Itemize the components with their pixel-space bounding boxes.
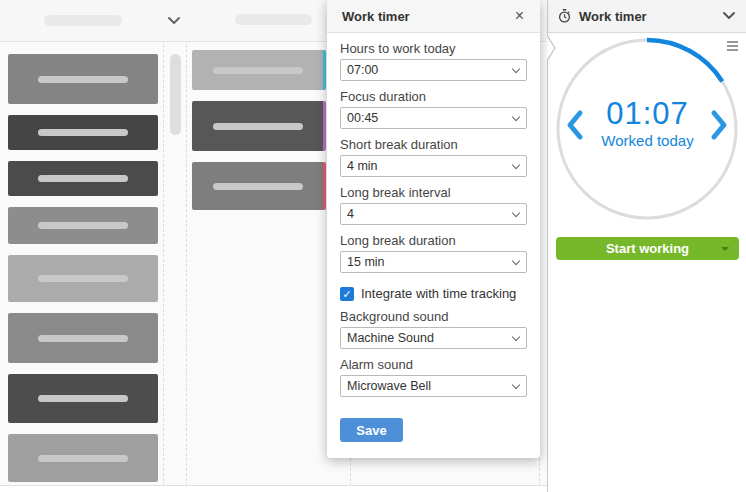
column-title-placeholder bbox=[44, 15, 122, 26]
app-window: Work timer × Hours to work today 07:00 F… bbox=[0, 0, 746, 492]
task-card[interactable] bbox=[8, 374, 158, 423]
long-break-duration-select[interactable]: 15 min bbox=[340, 251, 527, 273]
task-card[interactable] bbox=[8, 313, 158, 363]
panel-collapse-handle-icon[interactable] bbox=[547, 34, 557, 62]
card-text-placeholder bbox=[38, 222, 128, 229]
focus-duration-select[interactable]: 00:45 bbox=[340, 107, 527, 129]
task-column-left bbox=[8, 42, 158, 492]
card-text-placeholder bbox=[38, 275, 128, 282]
field-long-break-interval: Long break interval 4 bbox=[340, 186, 527, 225]
task-card[interactable] bbox=[8, 255, 158, 302]
stopwatch-icon bbox=[558, 9, 571, 23]
card-text-placeholder bbox=[38, 335, 128, 342]
long-break-interval-select[interactable]: 4 bbox=[340, 203, 527, 225]
card-text-placeholder bbox=[213, 67, 303, 74]
card-text-placeholder bbox=[38, 395, 128, 402]
task-card[interactable] bbox=[8, 54, 158, 104]
field-label: Background sound bbox=[340, 310, 527, 324]
previous-icon[interactable] bbox=[564, 109, 586, 141]
task-card[interactable] bbox=[192, 101, 326, 151]
save-button[interactable]: Save bbox=[340, 418, 403, 442]
task-card[interactable] bbox=[8, 161, 158, 196]
panel-title: Work timer bbox=[579, 9, 722, 24]
chevron-down-icon[interactable] bbox=[722, 11, 736, 21]
card-text-placeholder bbox=[213, 183, 303, 190]
column-title-placeholder bbox=[235, 14, 312, 25]
checkbox-checked-icon[interactable]: ✓ bbox=[340, 287, 354, 301]
work-timer-settings-dialog: Work timer × Hours to work today 07:00 F… bbox=[327, 0, 540, 458]
card-text-placeholder bbox=[38, 76, 128, 83]
card-text-placeholder bbox=[38, 455, 128, 462]
task-card[interactable] bbox=[8, 207, 158, 244]
column-separator bbox=[163, 0, 164, 486]
work-timer-panel: Work timer 01:07 Worked today bbox=[547, 0, 746, 492]
column-separator bbox=[186, 0, 187, 486]
scrollbar-thumb[interactable] bbox=[170, 54, 181, 135]
background-sound-select[interactable]: Machine Sound bbox=[340, 327, 527, 349]
start-working-button[interactable]: Start working bbox=[556, 237, 739, 260]
field-long-break-duration: Long break duration 15 min bbox=[340, 234, 527, 273]
dialog-body: Hours to work today 07:00 Focus duration… bbox=[327, 42, 540, 442]
field-label: Long break duration bbox=[340, 234, 527, 248]
field-label: Short break duration bbox=[340, 138, 527, 152]
card-text-placeholder bbox=[38, 129, 128, 136]
panel-header[interactable]: Work timer bbox=[548, 0, 746, 33]
card-text-placeholder bbox=[38, 175, 128, 182]
task-card[interactable] bbox=[192, 162, 326, 210]
field-short-break-duration: Short break duration 4 min bbox=[340, 138, 527, 177]
chevron-down-icon[interactable] bbox=[167, 16, 181, 26]
next-icon[interactable] bbox=[708, 109, 730, 141]
start-working-label: Start working bbox=[606, 241, 689, 256]
field-background-sound: Background sound Machine Sound bbox=[340, 310, 527, 349]
task-column-middle bbox=[192, 42, 326, 221]
dialog-header: Work timer × bbox=[327, 0, 540, 33]
field-label: Focus duration bbox=[340, 90, 527, 104]
field-label: Hours to work today bbox=[340, 42, 527, 56]
alarm-sound-select[interactable]: Microwave Bell bbox=[340, 375, 527, 397]
task-card[interactable] bbox=[192, 50, 326, 90]
dialog-title: Work timer bbox=[342, 9, 511, 24]
hours-to-work-select[interactable]: 07:00 bbox=[340, 59, 527, 81]
short-break-duration-select[interactable]: 4 min bbox=[340, 155, 527, 177]
checkbox-label: Integrate with time tracking bbox=[361, 286, 516, 301]
task-card[interactable] bbox=[8, 115, 158, 150]
close-icon[interactable]: × bbox=[511, 6, 528, 26]
field-hours-to-work: Hours to work today 07:00 bbox=[340, 42, 527, 81]
card-text-placeholder bbox=[213, 123, 303, 130]
field-label: Long break interval bbox=[340, 186, 527, 200]
integrate-time-tracking-checkbox[interactable]: ✓ Integrate with time tracking bbox=[340, 286, 527, 301]
field-alarm-sound: Alarm sound Microwave Bell bbox=[340, 358, 527, 397]
board-footer bbox=[0, 486, 547, 492]
field-focus-duration: Focus duration 00:45 bbox=[340, 90, 527, 129]
field-label: Alarm sound bbox=[340, 358, 527, 372]
caret-down-icon[interactable] bbox=[721, 247, 729, 251]
task-card[interactable] bbox=[8, 434, 158, 482]
